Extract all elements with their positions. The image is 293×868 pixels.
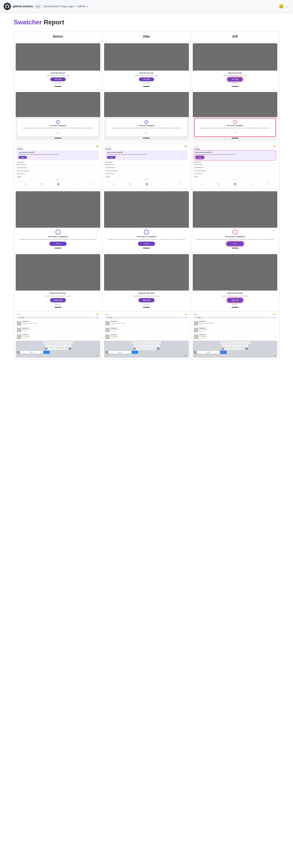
checkbox-1-diff[interactable]: □	[275, 329, 276, 331]
rent-btn-diff[interactable]: Rent It 🪙	[227, 78, 243, 81]
got-it-diff[interactable]: Got it	[233, 132, 236, 133]
nav-search-before[interactable]: 🔍	[40, 183, 43, 186]
maybe-later2-after[interactable]: Maybe later	[143, 303, 150, 305]
kb-q-diff[interactable]: Q	[220, 341, 223, 344]
kb-p-diff[interactable]: P	[247, 341, 250, 344]
rent-btn2-before[interactable]: Rent It 🪙	[50, 298, 66, 303]
kb-n-before[interactable]: N	[63, 347, 65, 350]
kb-x-before[interactable]: X	[51, 347, 53, 350]
kb-q-before[interactable]: Q	[43, 341, 46, 344]
kb-shift-before[interactable]: ⇧	[45, 347, 47, 350]
kb-space-diff[interactable]: space	[197, 351, 220, 353]
kb-w-diff[interactable]: W	[223, 341, 226, 344]
kb-u-diff[interactable]: U	[238, 341, 241, 344]
emoji-reaction-button[interactable]: 😊	[279, 4, 284, 9]
maybe-later-diff[interactable]: Maybe later	[223, 82, 247, 84]
kb-o-diff[interactable]: O	[244, 341, 247, 344]
kb-l-after[interactable]: L	[157, 344, 159, 347]
kb-y-before[interactable]: Y	[58, 341, 61, 344]
checkbox-2-diff[interactable]: □	[275, 335, 276, 338]
kb-g-after[interactable]: G	[145, 344, 148, 347]
kb-c-diff[interactable]: C	[230, 347, 233, 350]
kb-r-diff[interactable]: R	[229, 341, 232, 344]
kb-b-before[interactable]: B	[60, 347, 62, 350]
kb-backspace-before[interactable]: ⌫	[68, 347, 71, 350]
kb-l-diff[interactable]: L	[246, 344, 248, 347]
kb-d-after[interactable]: D	[139, 344, 142, 347]
kb-z-before[interactable]: Z	[48, 347, 50, 350]
invite-btn-before[interactable]: Invite	[19, 156, 27, 159]
kb-mic-diff[interactable]: 🎤	[273, 354, 275, 356]
maybe-later2-before[interactable]: Maybe later	[55, 303, 61, 305]
kb-shift-after[interactable]: ⇧	[133, 347, 136, 350]
checkbox-2-after[interactable]: □	[187, 335, 188, 338]
kb-emoji-before[interactable]: 😊	[18, 354, 20, 356]
kb-backspace-after[interactable]: ⌫	[157, 347, 160, 350]
kb-w-before[interactable]: W	[46, 341, 49, 344]
nav-search-after[interactable]: 🔍	[129, 183, 131, 186]
kb-v-after[interactable]: V	[145, 347, 148, 350]
nav-search-diff[interactable]: 🔍	[217, 183, 220, 186]
kb-g-diff[interactable]: G	[234, 344, 236, 347]
nav-home-before[interactable]: ⊞	[24, 183, 26, 186]
nav-settings-before[interactable]: ⚙	[74, 183, 76, 186]
kb-z-after[interactable]: Z	[136, 347, 139, 350]
got-it-after[interactable]: Got it	[145, 132, 148, 133]
kb-t-before[interactable]: T	[55, 341, 58, 344]
kb-k-before[interactable]: K	[66, 344, 68, 347]
kb-s-after[interactable]: S	[136, 344, 139, 347]
kb-space-before[interactable]: space	[20, 351, 43, 353]
nav-profile-before[interactable]: 👤	[57, 183, 60, 186]
kb-n-after[interactable]: N	[151, 347, 153, 350]
kb-a-before[interactable]: A	[45, 344, 47, 347]
nav-settings-diff[interactable]: ⚙	[251, 183, 253, 186]
invite-btn-diff[interactable]: Invite	[195, 156, 204, 159]
kb-i-diff[interactable]: I	[241, 341, 244, 344]
kb-j-diff[interactable]: J	[240, 344, 242, 347]
maybe-later-after[interactable]: Maybe later	[135, 82, 158, 84]
nav-more-after[interactable]: ☰	[179, 183, 180, 186]
kb-x-diff[interactable]: X	[227, 347, 230, 350]
search-field-before[interactable]: 🔍 Product	[17, 316, 95, 319]
search-field-after[interactable]: 🔍 Product	[105, 316, 183, 319]
cancel-btn-diff[interactable]: Cancel	[272, 317, 276, 318]
kb-123-diff[interactable]: 123	[194, 351, 197, 353]
checkbox-1-after[interactable]: □	[187, 329, 188, 331]
kb-h-after[interactable]: H	[148, 344, 151, 347]
kb-m-diff[interactable]: M	[242, 347, 245, 350]
nav-more-diff[interactable]: ☰	[267, 183, 269, 186]
comp-btn-before[interactable]: Got it	[49, 242, 67, 246]
kb-u-before[interactable]: U	[61, 341, 64, 344]
kb-b-after[interactable]: B	[148, 347, 150, 350]
kb-123-after[interactable]: 123	[105, 351, 108, 353]
kb-shift-diff[interactable]: ⇧	[222, 347, 224, 350]
kb-d-diff[interactable]: D	[228, 344, 230, 347]
nav-home-diff[interactable]: ⊞	[202, 183, 203, 186]
kb-e-before[interactable]: E	[49, 341, 52, 344]
kb-c-after[interactable]: C	[142, 347, 145, 350]
kb-o-after[interactable]: O	[155, 341, 158, 344]
kb-n-diff[interactable]: N	[240, 347, 242, 350]
kb-mic-after[interactable]: 🎤	[185, 354, 187, 356]
kb-f-after[interactable]: F	[142, 344, 145, 347]
checkbox-1-before[interactable]: □	[98, 329, 99, 331]
kb-o-before[interactable]: O	[67, 341, 70, 344]
kb-j-after[interactable]: J	[151, 344, 154, 347]
kb-w-after[interactable]: W	[135, 341, 137, 344]
kb-f-before[interactable]: F	[54, 344, 57, 347]
kb-e-after[interactable]: E	[138, 341, 140, 344]
kb-t-diff[interactable]: T	[232, 341, 235, 344]
kb-d-before[interactable]: D	[51, 344, 53, 347]
comp-btn-after[interactable]: Got it	[138, 242, 155, 246]
cancel-btn-after[interactable]: Cancel	[184, 317, 188, 318]
invite-btn-after[interactable]: Invite	[107, 156, 115, 159]
kb-123-before[interactable]: 123	[16, 351, 20, 353]
search-field-diff[interactable]: 🔍 Product	[194, 316, 271, 319]
kb-k-after[interactable]: K	[154, 344, 157, 347]
kb-c-before[interactable]: C	[53, 347, 56, 350]
rent-btn2-after[interactable]: Rent It 🪙	[139, 298, 154, 303]
kb-e-diff[interactable]: E	[226, 341, 229, 344]
kb-z-diff[interactable]: Z	[225, 347, 227, 350]
kb-h-before[interactable]: H	[60, 344, 62, 347]
checkbox-0-before[interactable]: □	[98, 322, 99, 325]
